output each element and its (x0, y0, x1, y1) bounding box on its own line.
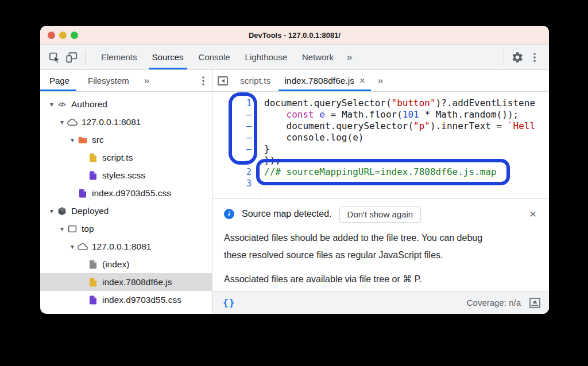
settings-gear-icon[interactable] (509, 49, 526, 66)
file-yellow-icon (87, 277, 98, 287)
tree-item-label: top (82, 224, 94, 234)
code-token: 101 (403, 109, 419, 120)
line-number[interactable]: – (212, 143, 260, 155)
cloud-icon (67, 116, 78, 127)
zoom-window-button[interactable] (71, 32, 78, 39)
toolbar-separator (85, 50, 86, 65)
expand-caret-icon[interactable]: ▾ (57, 118, 67, 126)
device-toolbar-icon[interactable] (63, 49, 80, 66)
tree-item-index-d9703d55-css[interactable]: index.d9703d55.css (40, 184, 212, 202)
code-text: console.log(e) (260, 132, 363, 143)
sidebar-kebab-menu-icon[interactable] (195, 70, 212, 91)
editor-tab-label: script.ts (240, 76, 270, 86)
tree-item-index-7808df6e-js[interactable]: index.7808df6e.js (40, 273, 212, 291)
expand-caret-icon[interactable]: ▾ (47, 207, 56, 215)
more-panels-button[interactable]: » (341, 45, 358, 69)
close-window-button[interactable] (48, 32, 55, 39)
more-sidebar-tabs-button[interactable]: » (138, 70, 155, 91)
code-editor[interactable]: 1document.querySelector("button")?.addEv… (212, 92, 549, 198)
tab-elements[interactable]: Elements (94, 45, 145, 69)
tree-item-label: Deployed (71, 206, 109, 216)
line-number[interactable]: 1 (212, 98, 260, 109)
close-tab-icon[interactable]: × (359, 76, 365, 85)
sidebar-tabs: PageFilesystem » (40, 70, 212, 92)
titlebar: DevTools - 127.0.0.1:8081/ (40, 26, 549, 45)
code-token: document.querySelector( (264, 120, 413, 131)
editor-pane: script.tsindex.7808df6e.js× » 1document.… (212, 70, 549, 314)
tab-sources[interactable]: Sources (145, 45, 191, 69)
tree-item-top[interactable]: ▾top (40, 220, 212, 237)
code-token (264, 109, 287, 120)
line-number[interactable]: 2 (212, 166, 260, 178)
code-token: = Math.floor( (325, 109, 403, 120)
tab-lighthouse[interactable]: Lighthouse (238, 45, 295, 69)
line-number[interactable]: – (212, 132, 260, 143)
tree-item-index-d9703d55-css[interactable]: index.d9703d55.css (40, 291, 212, 309)
devtools-toolbar: ElementsSourcesConsoleLighthouseNetwork … (40, 45, 549, 70)
line-number[interactable]: – (212, 155, 260, 166)
notification-paragraph: Associated files are available via file … (224, 271, 537, 288)
source-map-notification: i Source map detected. Don't show again … (212, 198, 549, 291)
expand-caret-icon[interactable]: ▾ (57, 225, 67, 233)
kebab-menu-icon[interactable] (526, 49, 543, 66)
cube-icon (56, 205, 67, 216)
more-editor-tabs-button[interactable]: » (372, 70, 389, 91)
tree-item-127-0-0-1-8081[interactable]: ▾127.0.0.1:8081 (40, 113, 212, 131)
tree-item-label: 127.0.0.1:8081 (82, 117, 141, 127)
expand-caret-icon[interactable]: ▾ (68, 136, 77, 144)
sidebar-tab-page[interactable]: Page (40, 70, 79, 91)
tree-item-deployed[interactable]: ▾Deployed (40, 202, 212, 220)
code-text: }); (260, 155, 281, 166)
tab-network[interactable]: Network (295, 45, 341, 69)
notification-paragraph-line: Associated files are available via file … (224, 271, 537, 288)
traffic-lights (48, 26, 78, 44)
inspect-element-icon[interactable] (46, 49, 63, 66)
tree-item-127-0-0-1-8081[interactable]: ▾127.0.0.1:8081 (40, 237, 212, 255)
file-purple-icon (87, 170, 98, 181)
code-text: const e = Math.floor(101 * Math.random()… (260, 109, 519, 120)
code-token: e (319, 109, 325, 120)
tree-item-label: src (92, 135, 104, 145)
dont-show-again-button[interactable]: Don't show again (339, 206, 421, 223)
tree-item-src[interactable]: ▾src (40, 131, 212, 149)
code-line: – console.log(e) (212, 132, 549, 143)
gutter-divider (260, 92, 260, 198)
open-drawer-icon[interactable] (529, 297, 541, 309)
tab-console[interactable]: Console (191, 45, 238, 69)
info-icon: i (224, 209, 234, 219)
tree-item-label: index.7808df6e.js (102, 277, 172, 287)
coverage-status: Coverage: n/a (467, 298, 521, 307)
code-token: const (287, 109, 314, 120)
code-token: }); (264, 155, 281, 166)
line-number[interactable]: – (212, 109, 260, 120)
code-token: console.log(e) (264, 132, 363, 143)
window-title: DevTools - 127.0.0.1:8081/ (249, 31, 341, 40)
tree-item-authored[interactable]: ▾</>Authored (40, 95, 212, 113)
code-line: 1document.querySelector("button")?.addEv… (212, 98, 549, 109)
cloud-icon (77, 241, 88, 252)
sidebar-tab-filesystem[interactable]: Filesystem (79, 70, 138, 91)
line-number[interactable]: – (212, 120, 260, 132)
minimize-window-button[interactable] (59, 32, 67, 39)
code-line: 3 (212, 178, 549, 189)
expand-caret-icon[interactable]: ▾ (47, 100, 56, 108)
code-token: "button" (392, 98, 436, 108)
navigator-sidebar: PageFilesystem » ▾</>Authored▾127.0.0.1:… (40, 70, 212, 314)
pretty-print-button[interactable]: {} (220, 297, 237, 308)
expand-caret-icon[interactable]: ▾ (68, 243, 77, 251)
toolbar-separator (504, 50, 504, 65)
close-notification-icon[interactable]: × (528, 208, 537, 221)
notification-paragraph-line: Associated files should be added to the … (224, 229, 537, 247)
tree-item-label: script.ts (102, 153, 133, 163)
tree-item-styles-scss[interactable]: styles.scss (40, 166, 212, 184)
tree-item-index[interactable]: (index) (40, 255, 212, 273)
hide-navigator-icon[interactable] (212, 70, 233, 91)
code-text: document.querySelector("button")?.addEve… (260, 98, 535, 109)
editor-tab-index-7808df6e-js[interactable]: index.7808df6e.js× (277, 70, 372, 91)
code-token: document.querySelector( (264, 98, 392, 108)
file-purple-icon (87, 294, 98, 305)
tree-item-script-ts[interactable]: script.ts (40, 149, 212, 166)
editor-tab-script-ts[interactable]: script.ts (233, 70, 277, 91)
line-number[interactable]: 3 (212, 178, 260, 189)
notification-title: Source map detected. (242, 209, 332, 219)
